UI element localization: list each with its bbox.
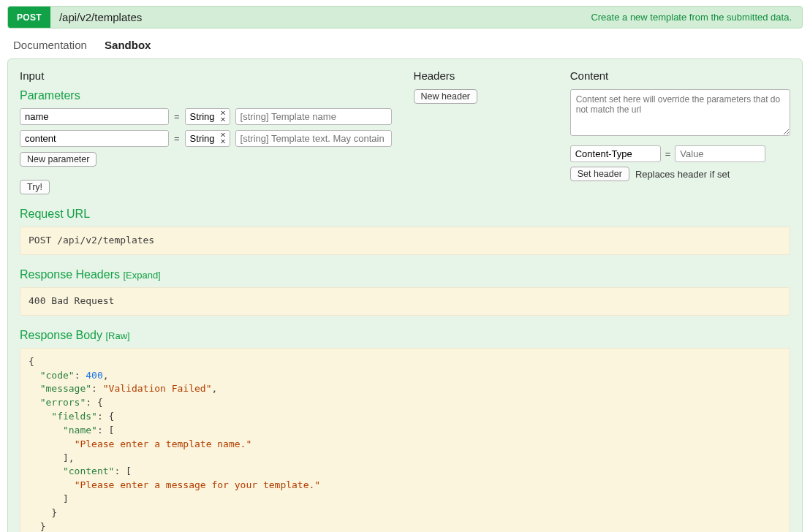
tabs: Documentation Sandbox [13,39,798,51]
param-row: = String [20,108,392,125]
endpoint-path: /api/v2/templates [50,7,581,28]
param-name-input[interactable] [20,130,169,147]
content-textarea[interactable] [570,89,790,136]
input-title: Input [20,69,392,82]
param-name-input[interactable] [20,108,169,125]
content-header-value-input[interactable] [675,145,765,162]
equals-sign: = [174,111,180,122]
request-url-title: Request URL [20,208,790,221]
response-body-title: Response Body [Raw] [20,329,790,342]
content-title: Content [570,69,790,82]
response-body-label: Response Body [20,329,102,341]
equals-sign: = [665,148,671,159]
response-headers-title: Response Headers [Expand] [20,268,790,281]
raw-link[interactable]: [Raw] [105,330,129,341]
equals-sign: = [174,133,180,144]
content-header-form: = [570,145,790,162]
method-badge: POST [8,7,50,28]
tab-sandbox[interactable]: Sandbox [105,39,151,51]
sandbox-panel: Input Parameters = String = [7,58,803,532]
content-header-key-input[interactable] [570,145,661,162]
endpoint-header[interactable]: POST /api/v2/templates Create a new temp… [7,6,803,28]
response-headers-value: 400 Bad Request [20,287,790,316]
tab-documentation[interactable]: Documentation [13,39,87,51]
param-value-input[interactable] [235,130,392,147]
endpoint-summary: Create a new template from the submitted… [580,7,802,28]
headers-title: Headers [414,69,548,82]
set-header-button[interactable]: Set header [570,167,629,181]
expand-link[interactable]: [Expand] [123,270,160,281]
try-button[interactable]: Try! [20,180,50,194]
set-header-hint: Replaces header if set [635,169,730,180]
new-parameter-button[interactable]: New parameter [20,152,96,167]
param-value-input[interactable] [235,108,392,125]
response-headers-label: Response Headers [20,268,120,281]
response-body-json: { "code": 400, "message": "Validation Fa… [20,348,790,532]
param-type-select[interactable]: String [185,108,230,125]
parameters-title: Parameters [20,89,392,102]
request-url-value: POST /api/v2/templates [20,227,790,255]
param-type-select[interactable]: String [185,130,230,147]
new-header-button[interactable]: New header [414,89,477,104]
param-row: = String [20,130,392,147]
